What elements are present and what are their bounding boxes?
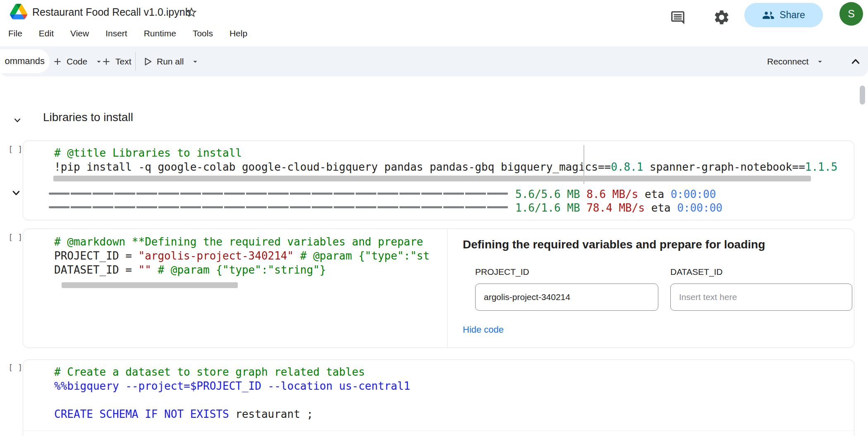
header: Restaurant Food Recall v1.0.ipynb Share … <box>0 0 868 26</box>
progress-bar <box>49 206 508 208</box>
menu-help[interactable]: Help <box>230 29 247 38</box>
share-label: Share <box>780 10 805 21</box>
cell3-editor-separator <box>23 431 854 431</box>
menu-runtime[interactable]: Runtime <box>144 29 176 38</box>
section-collapse-icon[interactable] <box>12 114 23 126</box>
toolbar-divider <box>135 52 136 71</box>
progress-bar <box>49 193 508 195</box>
vertical-scrollbar[interactable] <box>860 86 865 105</box>
chevron-down-icon <box>191 57 200 66</box>
avatar[interactable]: S <box>839 2 863 26</box>
menu-file[interactable]: File <box>8 29 22 38</box>
project-id-label: PROJECT_ID <box>475 267 529 277</box>
menu-edit[interactable]: Edit <box>39 29 54 38</box>
menu-view[interactable]: View <box>70 29 89 38</box>
form-panel: Defining the required variables and prep… <box>447 229 854 348</box>
menu-insert[interactable]: Insert <box>105 29 127 38</box>
chevron-down-icon <box>815 57 825 66</box>
cell1-code-editor[interactable]: # @title Libraries to install!pip instal… <box>54 146 837 174</box>
pip-output-line: 5.6/5.6 MB 8.6 MB/s eta 0:00:00 <box>515 188 716 201</box>
star-icon[interactable] <box>185 6 198 19</box>
commands-button[interactable]: ommands <box>0 49 50 73</box>
settings-gear-icon[interactable] <box>713 9 730 26</box>
cell3-run-gutter[interactable]: [ ] <box>8 363 22 372</box>
toolbar: ommands Code Text Run all Reconnect <box>0 46 868 76</box>
cell3-code-editor[interactable]: # Create a dataset to store graph relate… <box>54 365 410 421</box>
drive-logo-icon <box>10 4 27 19</box>
project-id-input[interactable] <box>475 284 658 311</box>
comment-icon[interactable] <box>670 10 686 26</box>
collapse-toolbar-button[interactable] <box>849 46 862 76</box>
colab-app: Restaurant Food Recall v1.0.ipynb Share … <box>0 0 868 436</box>
code-cell-2: # @markdown **Defining the required vari… <box>23 229 854 348</box>
notebook-title[interactable]: Restaurant Food Recall v1.0.ipynb <box>32 6 191 18</box>
add-code-button[interactable]: Code <box>52 46 103 76</box>
cell1-horizontal-scrollbar[interactable] <box>53 176 811 181</box>
plus-icon <box>101 56 112 67</box>
plus-icon <box>52 56 63 67</box>
play-icon <box>142 56 153 67</box>
share-button[interactable]: Share <box>744 3 823 27</box>
reconnect-button[interactable]: Reconnect <box>767 46 825 76</box>
dataset-id-input[interactable] <box>670 284 852 311</box>
hide-code-link[interactable]: Hide code <box>463 324 504 335</box>
cell2-run-gutter[interactable]: [ ] <box>8 233 22 242</box>
people-icon <box>762 9 775 21</box>
chevron-down-icon <box>10 187 22 199</box>
pip-output-line: 1.6/1.6 MB 78.4 MB/s eta 0:00:00 <box>515 201 722 214</box>
commands-label: ommands <box>5 56 45 67</box>
cell2-code-editor[interactable]: # @markdown **Defining the required vari… <box>54 235 430 277</box>
section-title: Libraries to install <box>43 111 133 124</box>
cell1-run-gutter[interactable]: [ ] <box>8 145 22 154</box>
chevron-down-icon <box>12 114 23 126</box>
output-collapse-icon[interactable] <box>10 187 22 199</box>
menu-bar: File Edit View Insert Runtime Tools Help <box>8 26 247 41</box>
code-cell-1: # @title Libraries to install!pip instal… <box>23 141 854 220</box>
dataset-id-label: DATASET_ID <box>670 267 722 277</box>
menu-tools[interactable]: Tools <box>193 29 213 38</box>
cell2-horizontal-scrollbar[interactable] <box>62 282 238 288</box>
form-heading: Defining the required variables and prep… <box>463 238 765 251</box>
code-cell-3: # Create a dataset to store graph relate… <box>23 360 854 436</box>
run-all-button[interactable]: Run all <box>142 46 200 76</box>
chevron-up-icon <box>849 55 862 68</box>
add-text-button[interactable]: Text <box>101 46 132 76</box>
